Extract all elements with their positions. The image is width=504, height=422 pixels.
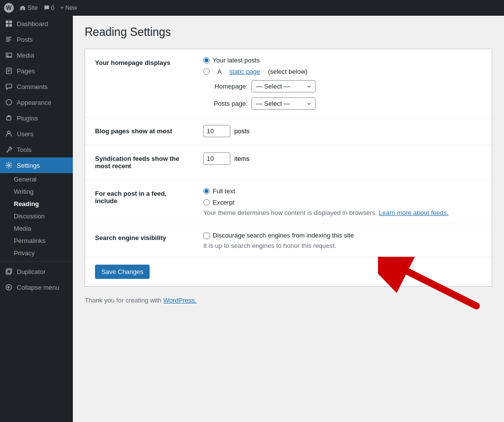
feed-include-row: For each post in a feed, include Full te…: [85, 180, 492, 224]
visibility-td: Discourage search engines from indexing …: [193, 224, 492, 257]
sidebar-item-plugins[interactable]: Plugins: [0, 110, 73, 126]
svg-rect-20: [7, 269, 12, 273]
visibility-checkbox[interactable]: [203, 233, 210, 239]
visibility-description: It is up to search engines to honor this…: [203, 242, 482, 249]
site-label: Site: [28, 4, 38, 11]
feed-include-td: Full text Excerpt Your theme determines …: [193, 180, 492, 224]
homepage-radio-page[interactable]: [203, 68, 210, 75]
feed-option2-text: Excerpt: [213, 199, 234, 206]
submenu-media[interactable]: Media: [0, 222, 73, 235]
media-icon: [5, 51, 13, 59]
sidebar-menu: Dashboard Posts Media Pages: [0, 16, 73, 173]
svg-rect-2: [6, 24, 9, 27]
top-bar: W Site 0 + New: [0, 0, 504, 16]
collapse-menu-button[interactable]: Collapse menu: [0, 279, 73, 295]
wordpress-link[interactable]: WordPress.: [163, 297, 197, 304]
homepage-select[interactable]: — Select —: [252, 80, 315, 92]
feed-radio-group: Full text Excerpt: [203, 187, 482, 206]
homepage-option1-text: Your latest posts: [213, 57, 260, 64]
svg-rect-16: [7, 117, 11, 120]
pages-label: Pages: [17, 67, 35, 75]
svg-point-17: [7, 131, 10, 134]
homepage-row: Your homepage displays Your latest posts: [85, 49, 492, 118]
submenu-permalinks[interactable]: Permalinks: [0, 235, 73, 247]
submenu-reading[interactable]: Reading: [0, 198, 73, 210]
pages-icon: [5, 67, 13, 75]
svg-rect-13: [7, 71, 9, 72]
submenu-discussion[interactable]: Discussion: [0, 210, 73, 222]
svg-rect-6: [6, 40, 11, 40]
sidebar-item-users[interactable]: Users: [0, 126, 73, 142]
feed-radio-excerpt[interactable]: [203, 199, 210, 206]
syndication-input[interactable]: [203, 152, 230, 165]
blog-pages-td: posts: [193, 118, 492, 145]
svg-rect-3: [9, 24, 12, 27]
visibility-label: Search engine visibility: [85, 224, 193, 257]
new-label: + New: [60, 4, 77, 11]
comments-link[interactable]: 0: [44, 4, 55, 11]
homepage-option1-label[interactable]: Your latest posts: [203, 57, 482, 64]
page-title: Reading Settings: [85, 26, 492, 39]
site-link[interactable]: Site: [20, 4, 38, 11]
blog-pages-input-row: posts: [203, 125, 482, 137]
save-button[interactable]: Save Changes: [95, 265, 150, 279]
svg-point-9: [7, 54, 9, 56]
syndication-input-row: items: [203, 152, 482, 165]
form-table: Your homepage displays Your latest posts: [85, 49, 492, 257]
homepage-option2-prefix-text: A: [218, 68, 222, 75]
feed-include-label: For each post in a feed, include: [85, 180, 193, 224]
wp-logo-link[interactable]: W: [4, 3, 14, 13]
collapse-label: Collapse menu: [17, 284, 60, 291]
dashboard-icon: [5, 20, 13, 28]
sidebar-item-pages[interactable]: Pages: [0, 63, 73, 79]
users-label: Users: [17, 130, 33, 138]
blog-pages-input[interactable]: [203, 125, 230, 137]
main-layout: Dashboard Posts Media Pages: [0, 16, 504, 422]
sidebar-item-settings[interactable]: Settings: [0, 157, 73, 173]
homepage-label: Your homepage displays: [85, 49, 193, 118]
homepage-select-row: Homepage: — Select —: [203, 80, 482, 92]
visibility-checkbox-label[interactable]: Discourage search engines from indexing …: [203, 232, 482, 239]
sidebar-item-comments[interactable]: Comments: [0, 79, 73, 94]
submenu-writing[interactable]: Writing: [0, 185, 73, 198]
collapse-icon: [5, 283, 13, 291]
sidebar-item-duplicator[interactable]: Duplicator: [0, 264, 73, 279]
settings-form: Your homepage displays Your latest posts: [85, 49, 492, 287]
sidebar-item-appearance[interactable]: Appearance: [0, 94, 73, 110]
feed-radio-full[interactable]: [203, 188, 210, 194]
duplicator-label: Duplicator: [17, 268, 46, 275]
settings-submenu: General Writing Reading Discussion Media…: [0, 173, 73, 259]
sidebar-item-media[interactable]: Media: [0, 47, 73, 63]
posts-page-select[interactable]: — Select —: [252, 97, 315, 110]
posts-icon: [5, 35, 13, 43]
svg-point-14: [6, 99, 11, 105]
comments-sidebar-icon: [5, 83, 13, 90]
wp-logo: W: [4, 3, 14, 13]
sidebar-divider-1: [0, 261, 73, 262]
plugins-label: Plugins: [17, 115, 38, 122]
homepage-radio-posts[interactable]: [203, 57, 210, 63]
settings-label: Settings: [17, 162, 40, 169]
feed-option1-label[interactable]: Full text: [203, 187, 482, 195]
blog-pages-row: Blog pages show at most posts: [85, 118, 492, 145]
appearance-icon: [5, 98, 13, 106]
submenu-privacy[interactable]: Privacy: [0, 247, 73, 259]
feed-learn-more-link[interactable]: Learn more about feeds.: [379, 209, 449, 216]
posts-page-label: Posts page:: [203, 100, 248, 107]
blog-pages-label: Blog pages show at most: [85, 118, 193, 145]
appearance-label: Appearance: [17, 99, 51, 106]
sidebar-item-dashboard[interactable]: Dashboard: [0, 16, 73, 31]
static-page-link[interactable]: static page: [229, 68, 260, 75]
sidebar-item-tools[interactable]: Tools: [0, 142, 73, 157]
syndication-suffix: items: [234, 155, 250, 162]
homepage-option2-label[interactable]: A static page (select below): [203, 68, 482, 75]
new-content-link[interactable]: + New: [60, 4, 77, 11]
tools-label: Tools: [17, 146, 32, 153]
svg-rect-0: [6, 21, 9, 24]
feed-option2-label[interactable]: Excerpt: [203, 199, 482, 206]
submenu-general[interactable]: General: [0, 173, 73, 185]
sidebar-item-posts[interactable]: Posts: [0, 31, 73, 47]
svg-rect-1: [9, 21, 12, 24]
visibility-row: Search engine visibility Discourage sear…: [85, 224, 492, 257]
svg-rect-5: [6, 38, 10, 39]
